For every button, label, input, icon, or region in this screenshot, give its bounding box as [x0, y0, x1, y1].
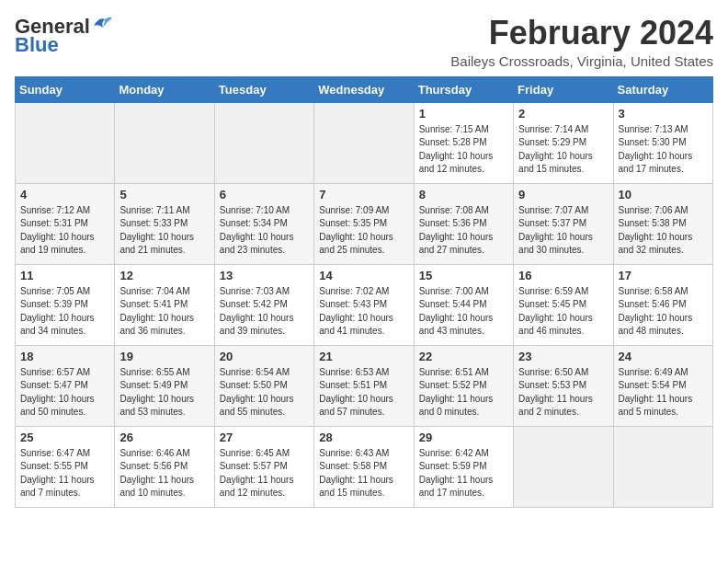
calendar-cell: 12Sunrise: 7:04 AMSunset: 5:41 PMDayligh… [115, 264, 214, 345]
day-number: 12 [119, 269, 209, 282]
calendar-cell: 28Sunrise: 6:43 AMSunset: 5:58 PMDayligh… [314, 426, 414, 507]
day-info: Sunrise: 7:15 AMSunset: 5:28 PMDaylight:… [419, 123, 508, 177]
day-number: 26 [119, 431, 209, 444]
week-row-5: 25Sunrise: 6:47 AMSunset: 5:55 PMDayligh… [16, 426, 713, 507]
day-info: Sunrise: 6:57 AMSunset: 5:47 PMDaylight:… [20, 366, 109, 419]
calendar-cell: 16Sunrise: 6:59 AMSunset: 5:45 PMDayligh… [514, 264, 613, 345]
day-number: 18 [20, 350, 109, 363]
calendar-cell: 18Sunrise: 6:57 AMSunset: 5:47 PMDayligh… [16, 345, 115, 426]
day-info: Sunrise: 7:02 AMSunset: 5:43 PMDaylight:… [319, 285, 408, 339]
day-info: Sunrise: 7:12 AMSunset: 5:31 PMDaylight:… [20, 204, 109, 258]
day-info: Sunrise: 7:13 AMSunset: 5:30 PMDaylight:… [619, 123, 708, 177]
day-number: 27 [220, 431, 309, 444]
logo-bird-icon [92, 15, 112, 31]
day-info: Sunrise: 6:46 AMSunset: 5:56 PMDaylight:… [119, 447, 209, 500]
calendar-cell: 27Sunrise: 6:45 AMSunset: 5:57 PMDayligh… [214, 426, 313, 507]
day-number: 9 [518, 188, 608, 201]
day-info: Sunrise: 6:51 AMSunset: 5:52 PMDaylight:… [419, 366, 508, 419]
calendar-cell: 11Sunrise: 7:05 AMSunset: 5:39 PMDayligh… [16, 264, 115, 345]
day-info: Sunrise: 6:58 AMSunset: 5:46 PMDaylight:… [619, 285, 708, 339]
day-number: 4 [20, 188, 109, 201]
day-info: Sunrise: 7:09 AMSunset: 5:35 PMDaylight:… [319, 204, 408, 258]
day-info: Sunrise: 6:47 AMSunset: 5:55 PMDaylight:… [20, 447, 109, 500]
calendar-cell [514, 426, 613, 507]
logo: General Blue [15, 15, 112, 57]
day-number: 1 [419, 107, 508, 121]
weekday-header-saturday: Saturday [613, 76, 712, 102]
calendar-cell: 26Sunrise: 6:46 AMSunset: 5:56 PMDayligh… [115, 426, 214, 507]
calendar-cell: 29Sunrise: 6:42 AMSunset: 5:59 PMDayligh… [414, 426, 513, 507]
day-number: 28 [319, 431, 408, 444]
day-number: 17 [619, 269, 708, 282]
day-info: Sunrise: 6:50 AMSunset: 5:53 PMDaylight:… [518, 366, 608, 419]
calendar-cell [214, 102, 313, 183]
calendar-cell: 3Sunrise: 7:13 AMSunset: 5:30 PMDaylight… [613, 102, 712, 183]
logo-blue-text: Blue [15, 33, 59, 57]
week-row-4: 18Sunrise: 6:57 AMSunset: 5:47 PMDayligh… [16, 345, 713, 426]
calendar-cell: 20Sunrise: 6:54 AMSunset: 5:50 PMDayligh… [214, 345, 313, 426]
calendar-cell: 8Sunrise: 7:08 AMSunset: 5:36 PMDaylight… [414, 183, 513, 264]
day-info: Sunrise: 6:59 AMSunset: 5:45 PMDaylight:… [518, 285, 608, 339]
month-year-title: February 2024 [450, 15, 713, 52]
day-info: Sunrise: 6:45 AMSunset: 5:57 PMDaylight:… [220, 447, 309, 500]
day-number: 19 [119, 350, 209, 363]
week-row-3: 11Sunrise: 7:05 AMSunset: 5:39 PMDayligh… [16, 264, 713, 345]
week-row-2: 4Sunrise: 7:12 AMSunset: 5:31 PMDaylight… [16, 183, 713, 264]
day-info: Sunrise: 7:07 AMSunset: 5:37 PMDaylight:… [518, 204, 608, 258]
weekday-header-tuesday: Tuesday [214, 76, 313, 102]
day-info: Sunrise: 6:53 AMSunset: 5:51 PMDaylight:… [319, 366, 408, 419]
day-info: Sunrise: 7:05 AMSunset: 5:39 PMDaylight:… [20, 285, 109, 339]
day-info: Sunrise: 7:08 AMSunset: 5:36 PMDaylight:… [419, 204, 508, 258]
calendar-cell: 13Sunrise: 7:03 AMSunset: 5:42 PMDayligh… [214, 264, 313, 345]
day-number: 7 [319, 188, 408, 201]
calendar-cell: 24Sunrise: 6:49 AMSunset: 5:54 PMDayligh… [613, 345, 712, 426]
day-number: 6 [220, 188, 309, 201]
calendar-cell: 15Sunrise: 7:00 AMSunset: 5:44 PMDayligh… [414, 264, 513, 345]
day-info: Sunrise: 6:42 AMSunset: 5:59 PMDaylight:… [419, 447, 508, 500]
day-info: Sunrise: 6:43 AMSunset: 5:58 PMDaylight:… [319, 447, 408, 500]
day-number: 14 [319, 269, 408, 282]
weekday-header-sunday: Sunday [16, 76, 115, 102]
calendar-cell: 17Sunrise: 6:58 AMSunset: 5:46 PMDayligh… [613, 264, 712, 345]
day-info: Sunrise: 7:00 AMSunset: 5:44 PMDaylight:… [419, 285, 508, 339]
title-section: February 2024 Baileys Crossroads, Virgin… [450, 15, 713, 69]
day-info: Sunrise: 6:55 AMSunset: 5:49 PMDaylight:… [119, 366, 209, 419]
day-number: 24 [619, 350, 708, 363]
page-header: General Blue February 2024 Baileys Cross… [15, 15, 713, 69]
day-info: Sunrise: 6:49 AMSunset: 5:54 PMDaylight:… [619, 366, 708, 419]
calendar-cell [613, 426, 712, 507]
day-number: 2 [518, 107, 608, 121]
day-number: 13 [220, 269, 309, 282]
calendar-cell: 22Sunrise: 6:51 AMSunset: 5:52 PMDayligh… [414, 345, 513, 426]
day-number: 8 [419, 188, 508, 201]
weekday-header-monday: Monday [115, 76, 214, 102]
calendar-cell: 25Sunrise: 6:47 AMSunset: 5:55 PMDayligh… [16, 426, 115, 507]
day-info: Sunrise: 7:11 AMSunset: 5:33 PMDaylight:… [119, 204, 209, 258]
calendar-cell: 4Sunrise: 7:12 AMSunset: 5:31 PMDaylight… [16, 183, 115, 264]
location-subtitle: Baileys Crossroads, Virginia, United Sta… [450, 53, 713, 69]
weekday-header-thursday: Thursday [414, 76, 513, 102]
day-number: 11 [20, 269, 109, 282]
day-number: 20 [220, 350, 309, 363]
calendar-cell: 19Sunrise: 6:55 AMSunset: 5:49 PMDayligh… [115, 345, 214, 426]
day-number: 25 [20, 431, 109, 444]
calendar-table: SundayMondayTuesdayWednesdayThursdayFrid… [15, 76, 713, 508]
day-number: 3 [619, 107, 708, 121]
calendar-cell: 10Sunrise: 7:06 AMSunset: 5:38 PMDayligh… [613, 183, 712, 264]
calendar-cell: 6Sunrise: 7:10 AMSunset: 5:34 PMDaylight… [214, 183, 313, 264]
day-info: Sunrise: 7:06 AMSunset: 5:38 PMDaylight:… [619, 204, 708, 258]
day-number: 21 [319, 350, 408, 363]
calendar-cell: 2Sunrise: 7:14 AMSunset: 5:29 PMDaylight… [514, 102, 613, 183]
day-info: Sunrise: 7:10 AMSunset: 5:34 PMDaylight:… [220, 204, 309, 258]
day-number: 5 [119, 188, 209, 201]
calendar-cell [314, 102, 414, 183]
calendar-cell: 14Sunrise: 7:02 AMSunset: 5:43 PMDayligh… [314, 264, 414, 345]
weekday-header-row: SundayMondayTuesdayWednesdayThursdayFrid… [16, 76, 713, 102]
day-info: Sunrise: 7:04 AMSunset: 5:41 PMDaylight:… [119, 285, 209, 339]
day-number: 29 [419, 431, 508, 444]
calendar-cell [115, 102, 214, 183]
day-info: Sunrise: 7:03 AMSunset: 5:42 PMDaylight:… [220, 285, 309, 339]
day-number: 16 [518, 269, 608, 282]
day-number: 22 [419, 350, 508, 363]
calendar-cell: 9Sunrise: 7:07 AMSunset: 5:37 PMDaylight… [514, 183, 613, 264]
